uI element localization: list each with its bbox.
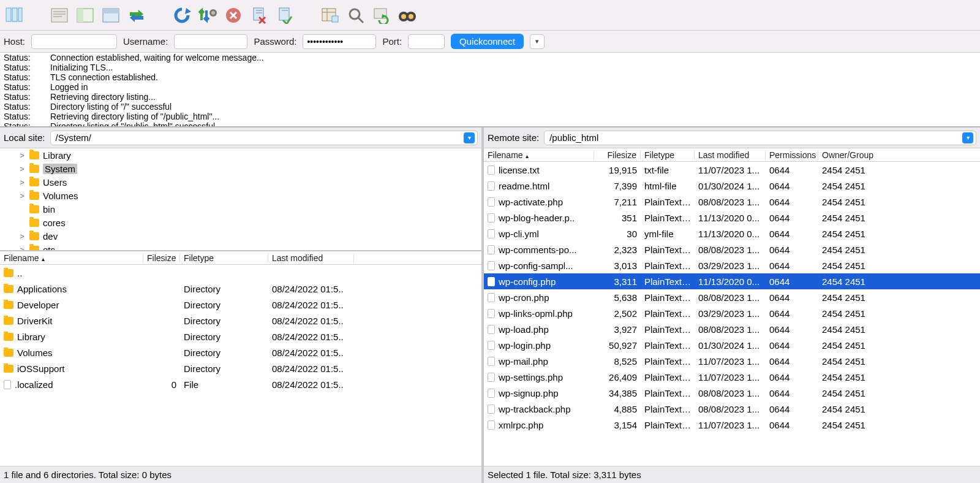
log-msg: Retrieving directory listing... (50, 92, 156, 102)
folder-icon (4, 365, 13, 373)
toggle-log-icon[interactable] (48, 4, 71, 27)
col-owner-group[interactable]: Owner/Group (818, 150, 872, 160)
filesize: 30 (594, 229, 641, 239)
search-icon[interactable] (344, 4, 368, 27)
list-item[interactable]: .. (0, 265, 481, 281)
col-filename[interactable]: Filename▴ (484, 150, 594, 160)
col-filetype[interactable]: Filetype (180, 253, 268, 263)
expand-icon[interactable]: > (18, 178, 26, 187)
owner-group: 2454 2451 (818, 356, 872, 367)
expand-icon[interactable]: > (18, 151, 26, 160)
list-item[interactable]: wp-login.php50,927PlainTextT..01/30/2024… (484, 337, 980, 353)
process-queue-icon[interactable] (196, 4, 219, 27)
list-item[interactable]: wp-config.php3,311PlainTextT..11/13/2020… (484, 273, 980, 289)
list-item[interactable]: DeveloperDirectory08/24/2022 01:5.. (0, 297, 481, 313)
compare-icon[interactable] (370, 4, 393, 27)
remote-pane: Remote site: /public_html ▾ Filename▴ Fi… (484, 127, 980, 483)
filelist-filter-icon[interactable] (318, 4, 342, 27)
quickconnect-button[interactable]: Quickconnect (451, 34, 524, 49)
filename: wp-cli.yml (499, 229, 539, 239)
filename: DriverKit (17, 316, 53, 326)
folder-icon (4, 317, 13, 325)
list-item[interactable]: wp-settings.php26,409PlainTextT..11/07/2… (484, 369, 980, 385)
remote-path-select[interactable]: /public_html ▾ (544, 131, 976, 145)
local-path-select[interactable]: /System/ ▾ (50, 131, 478, 145)
col-filetype[interactable]: Filetype (641, 150, 695, 160)
expand-icon[interactable]: > (18, 232, 26, 241)
last-modified: 08/24/2022 01:5.. (268, 300, 354, 310)
list-item[interactable]: VolumesDirectory08/24/2022 01:5.. (0, 344, 481, 360)
expand-icon[interactable]: > (18, 164, 26, 173)
remote-file-list[interactable]: license.txt19,915txt-file11/07/2023 1...… (484, 162, 980, 466)
list-item[interactable]: wp-links-opml.php2,502PlainTextT..03/29/… (484, 305, 980, 321)
list-item[interactable]: wp-cli.yml30yml-file11/13/2020 0...06442… (484, 226, 980, 242)
list-item[interactable]: wp-blog-header.p..351PlainTextT..11/13/2… (484, 210, 980, 226)
col-filesize[interactable]: Filesize (143, 253, 180, 263)
password-input[interactable] (303, 34, 376, 49)
list-item[interactable]: wp-config-sampl...3,013PlainTextT..03/29… (484, 257, 980, 273)
tree-item[interactable]: cores (0, 216, 481, 229)
list-item[interactable]: DriverKitDirectory08/24/2022 01:5.. (0, 313, 481, 329)
cancel-icon[interactable] (222, 4, 245, 27)
toggle-tree-icon[interactable] (74, 4, 97, 27)
main-toolbar (0, 0, 980, 31)
svg-rect-17 (254, 8, 263, 20)
list-item[interactable]: LibraryDirectory08/24/2022 01:5.. (0, 329, 481, 344)
local-file-list[interactable]: ..ApplicationsDirectory08/24/2022 01:5..… (0, 265, 481, 466)
tree-item[interactable]: >Users (0, 175, 481, 189)
username-input[interactable] (174, 34, 247, 49)
port-input[interactable] (408, 34, 445, 49)
list-item[interactable]: .localized0File08/24/2022 01:5.. (0, 376, 481, 392)
list-item[interactable]: iOSSupportDirectory08/24/2022 01:5.. (0, 360, 481, 376)
list-item[interactable]: readme.html7,399html-file01/30/2024 1...… (484, 178, 980, 194)
local-list-header: Filename▴ Filesize Filetype Last modifie… (0, 251, 481, 265)
filename: Developer (17, 300, 59, 310)
list-item[interactable]: wp-signup.php34,385PlainTextT..08/08/202… (484, 385, 980, 401)
tree-item[interactable]: >Volumes (0, 189, 481, 202)
toggle-transfer-icon[interactable] (125, 4, 148, 27)
permissions: 0644 (766, 292, 818, 303)
tree-item[interactable]: >System (0, 162, 481, 175)
file-icon (488, 245, 495, 254)
tree-item[interactable]: bin (0, 202, 481, 216)
list-item[interactable]: wp-mail.php8,525PlainTextT..11/07/2023 1… (484, 353, 980, 369)
permissions: 0644 (766, 276, 818, 287)
binoculars-icon[interactable] (396, 4, 419, 27)
expand-icon[interactable]: > (18, 191, 26, 200)
toggle-queue-icon[interactable] (99, 4, 123, 27)
refresh-icon[interactable] (170, 4, 194, 27)
tree-item[interactable]: >etc (0, 243, 481, 251)
sitemanager-icon[interactable] (2, 4, 26, 27)
list-item[interactable]: xmlrpc.php3,154PlainTextT..11/07/2023 1.… (484, 417, 980, 433)
owner-group: 2454 2451 (818, 388, 872, 398)
list-item[interactable]: wp-comments-po...2,323PlainTextT..08/08/… (484, 242, 980, 257)
disconnect-icon[interactable] (247, 4, 271, 27)
list-item[interactable]: wp-cron.php5,638PlainTextT..08/08/2023 1… (484, 289, 980, 305)
file-icon (488, 261, 495, 270)
list-item[interactable]: wp-activate.php7,211PlainTextT..08/08/20… (484, 194, 980, 210)
col-last-modified[interactable]: Last modified (695, 150, 766, 160)
col-filename[interactable]: Filename▴ (0, 253, 143, 263)
tree-item[interactable]: >dev (0, 229, 481, 243)
host-input[interactable] (31, 34, 117, 49)
reconnect-icon[interactable] (273, 4, 296, 27)
local-directory-tree[interactable]: >Library>System>Users>Volumesbincores>de… (0, 148, 481, 251)
col-filesize[interactable]: Filesize (594, 150, 641, 160)
message-log[interactable]: Status:Connection established, waiting f… (0, 53, 980, 127)
filesize: 7,211 (594, 197, 641, 207)
log-line: Status:TLS connection established. (0, 72, 980, 82)
list-item[interactable]: wp-trackback.php4,885PlainTextT..08/08/2… (484, 401, 980, 417)
filename: wp-cron.php (499, 292, 549, 303)
log-msg: Logged in (50, 82, 88, 92)
quickconnect-history-dropdown[interactable]: ▾ (530, 34, 545, 49)
filesize: 26,409 (594, 372, 641, 382)
list-item[interactable]: wp-load.php3,927PlainTextT..08/08/2023 1… (484, 321, 980, 337)
filename: readme.html (499, 181, 549, 191)
expand-icon[interactable]: > (18, 245, 26, 252)
list-item[interactable]: ApplicationsDirectory08/24/2022 01:5.. (0, 281, 481, 297)
col-last-modified[interactable]: Last modified (268, 253, 354, 263)
list-item[interactable]: license.txt19,915txt-file11/07/2023 1...… (484, 162, 980, 178)
tree-item[interactable]: >Library (0, 148, 481, 162)
col-permissions[interactable]: Permissions (766, 150, 818, 160)
owner-group: 2454 2451 (818, 308, 872, 319)
